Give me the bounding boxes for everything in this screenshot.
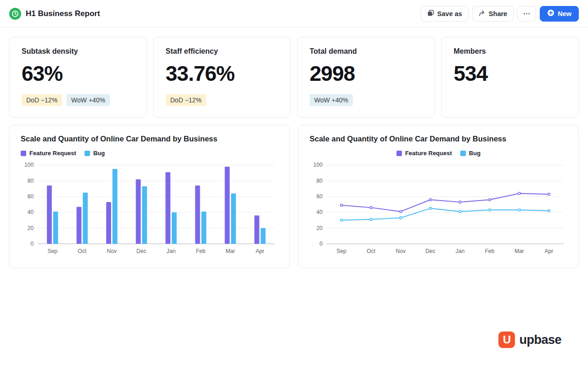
legend-item-bug: Bug <box>460 150 481 157</box>
line-chart-legend: Feature Request Bug <box>310 150 567 157</box>
new-label: New <box>558 10 571 17</box>
svg-text:100: 100 <box>313 162 323 168</box>
svg-text:Mar: Mar <box>226 248 235 254</box>
svg-text:Apr: Apr <box>544 248 553 254</box>
bar-chart: 020406080100SepOctNovDecJanFebMarApr <box>21 159 278 259</box>
legend-item-bug: Bug <box>85 150 105 157</box>
legend-label: Feature Request <box>405 150 452 157</box>
legend-swatch-purple <box>396 151 402 156</box>
svg-text:Oct: Oct <box>367 248 376 254</box>
ellipsis-icon: ⋯ <box>523 9 531 18</box>
dod-badge: DoD −12% <box>22 94 62 106</box>
svg-text:Mar: Mar <box>514 248 524 254</box>
kpi-value: 63% <box>22 61 135 86</box>
svg-text:0: 0 <box>319 241 322 247</box>
upbase-logo-text: upbase <box>519 333 561 347</box>
kpi-card-members: Members 534 <box>441 37 579 118</box>
kpi-value: 2998 <box>310 61 423 86</box>
share-button[interactable]: Share <box>472 6 514 22</box>
svg-text:Feb: Feb <box>196 248 205 254</box>
svg-text:60: 60 <box>317 193 323 200</box>
svg-text:0: 0 <box>30 241 34 247</box>
plus-circle-icon <box>547 9 554 18</box>
kpi-badges: DoD −12% <box>166 94 279 106</box>
legend-swatch-purple <box>21 151 26 156</box>
svg-text:40: 40 <box>28 209 34 215</box>
svg-text:Dec: Dec <box>136 248 147 254</box>
chart-title: Scale and Quantity of Online Car Demand … <box>21 135 278 143</box>
chart-title: Scale and Quantity of Online Car Demand … <box>310 135 567 143</box>
svg-text:100: 100 <box>24 162 34 168</box>
svg-text:Nov: Nov <box>107 248 118 254</box>
svg-text:Oct: Oct <box>78 248 87 254</box>
kpi-value: 534 <box>454 61 567 86</box>
report-clock-icon <box>9 8 21 20</box>
upbase-logo-icon: U <box>498 332 515 348</box>
kpi-card-subtask-density: Subtask density 63% DoD −12% WoW +40% <box>9 37 147 118</box>
legend-swatch-blue <box>460 151 466 156</box>
svg-text:Apr: Apr <box>255 248 264 254</box>
page-title: H1 Business Report <box>26 9 100 18</box>
kpi-title: Total demand <box>310 47 423 56</box>
svg-text:Sep: Sep <box>336 248 346 254</box>
kpi-title: Subtask density <box>22 47 135 56</box>
upbase-logo: U upbase <box>498 332 561 348</box>
kpi-title: Members <box>454 47 567 56</box>
save-as-button[interactable]: Save as <box>421 6 469 22</box>
save-as-icon <box>427 10 434 18</box>
kpi-badges: DoD −12% WoW +40% <box>22 94 135 106</box>
chart-row: Scale and Quantity of Online Car Demand … <box>0 118 588 268</box>
dod-badge: DoD −12% <box>166 94 206 106</box>
kpi-card-total-demand: Total demand 2998 WoW +40% <box>297 37 435 118</box>
line-chart-card: Scale and Quantity of Online Car Demand … <box>298 125 579 268</box>
legend-label: Bug <box>469 150 481 157</box>
svg-text:Sep: Sep <box>47 248 57 254</box>
svg-text:Dec: Dec <box>425 248 435 254</box>
svg-text:80: 80 <box>317 178 323 184</box>
share-label: Share <box>489 10 507 17</box>
wow-badge: WoW +40% <box>67 94 110 106</box>
wow-badge: WoW +40% <box>310 94 353 106</box>
svg-text:Jan: Jan <box>456 248 465 254</box>
kpi-badges: WoW +40% <box>310 94 423 106</box>
svg-text:Jan: Jan <box>167 248 176 254</box>
kpi-card-staff-efficiency: Staff efficiency 33.76% DoD −12% <box>153 37 291 118</box>
header-actions: Save as Share ⋯ New <box>421 6 579 22</box>
legend-swatch-blue <box>85 151 90 156</box>
kpi-row: Subtask density 63% DoD −12% WoW +40% St… <box>0 28 588 118</box>
header-left: H1 Business Report <box>9 8 421 20</box>
svg-text:20: 20 <box>28 225 34 231</box>
legend-item-feature-request: Feature Request <box>396 150 452 157</box>
legend-label: Feature Request <box>29 150 76 157</box>
kpi-value: 33.76% <box>166 61 279 86</box>
svg-text:60: 60 <box>28 193 34 200</box>
share-icon <box>479 10 486 18</box>
top-header: H1 Business Report Save as Share ⋯ <box>0 0 588 28</box>
kpi-title: Staff efficiency <box>166 47 279 56</box>
svg-text:Feb: Feb <box>485 248 494 254</box>
svg-text:20: 20 <box>317 225 323 231</box>
legend-label: Bug <box>93 150 105 157</box>
save-as-label: Save as <box>437 10 462 17</box>
more-options-button[interactable]: ⋯ <box>517 6 536 22</box>
svg-text:40: 40 <box>317 209 323 215</box>
legend-item-feature-request: Feature Request <box>21 150 76 157</box>
bar-chart-legend: Feature Request Bug <box>21 150 278 157</box>
svg-text:80: 80 <box>28 178 34 184</box>
new-button[interactable]: New <box>540 6 579 22</box>
bar-chart-card: Scale and Quantity of Online Car Demand … <box>9 125 290 268</box>
svg-text:Nov: Nov <box>396 248 407 254</box>
line-chart: 020406080100SepOctNovDecJanFebMarApr <box>310 159 567 259</box>
